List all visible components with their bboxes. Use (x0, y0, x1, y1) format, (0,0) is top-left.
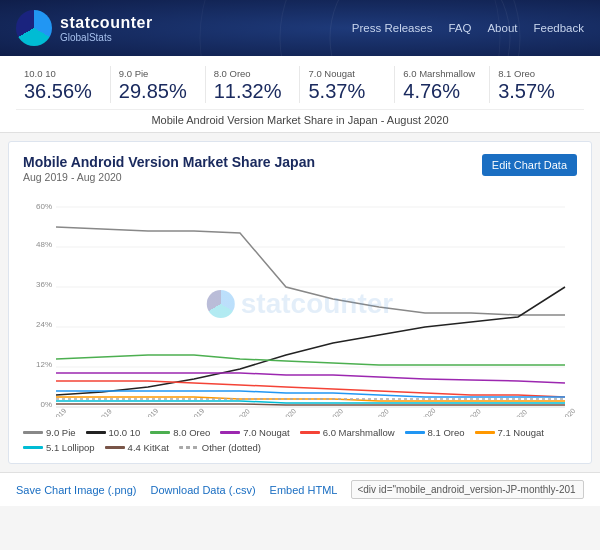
svg-text:24%: 24% (36, 320, 52, 329)
legend-label-4: 6.0 Marshmallow (323, 427, 395, 438)
chart-svg: 0% 12% 24% 36% 48% 60% Sep-2019 Oct-2019… (23, 187, 577, 417)
stat-item-3: 7.0 Nougat 5.37% (300, 66, 395, 103)
chart-subtitle: Aug 2019 - Aug 2020 (23, 171, 315, 183)
chart-svg-wrap: statcounter 0% 12% 24% 36% 48% 60% Sep-2… (23, 187, 577, 421)
stat-item-4: 6.0 Marshmallow 4.76% (395, 66, 490, 103)
logo-text: statcounter GlobalStats (60, 14, 153, 43)
legend-label-0: 9.0 Pie (46, 427, 76, 438)
edit-chart-button[interactable]: Edit Chart Data (482, 154, 577, 176)
stat-pct-4: 4.76% (403, 81, 481, 101)
svg-text:12%: 12% (36, 360, 52, 369)
nav-feedback[interactable]: Feedback (533, 22, 584, 34)
header: statcounter GlobalStats Press Releases F… (0, 0, 600, 56)
nav-press-releases[interactable]: Press Releases (352, 22, 433, 34)
embed-input[interactable]: <div id="mobile_android_version-JP-month… (351, 480, 584, 499)
stat-version-5: 8.1 Oreo (498, 68, 576, 79)
legend-item-9: Other (dotted) (179, 442, 261, 453)
stat-pct-5: 3.57% (498, 81, 576, 101)
bottom-bar: Save Chart Image (.png) Download Data (.… (0, 472, 600, 506)
svg-text:Nov-2019: Nov-2019 (133, 407, 159, 417)
legend-label-1: 10.0 10 (109, 427, 141, 438)
legend-item-3: 7.0 Nougat (220, 427, 289, 438)
stat-item-2: 8.0 Oreo 11.32% (206, 66, 301, 103)
stats-title: Mobile Android Version Market Share in J… (16, 109, 584, 126)
brand-sub: GlobalStats (60, 32, 153, 43)
chart-header: Mobile Android Version Market Share Japa… (23, 154, 577, 183)
svg-text:May-2020: May-2020 (410, 407, 438, 417)
legend-color-5 (405, 431, 425, 434)
svg-text:Jun-2020: Jun-2020 (456, 407, 482, 417)
brand-name: statcounter (60, 14, 153, 32)
stats-row: 10.0 10 36.56% 9.0 Pie 29.85% 8.0 Oreo 1… (16, 66, 584, 103)
stat-pct-3: 5.37% (308, 81, 386, 101)
legend-color-7 (23, 446, 43, 449)
nav-links: Press Releases FAQ About Feedback (352, 22, 584, 34)
download-data-link[interactable]: Download Data (.csv) (150, 484, 255, 496)
legend-color-3 (220, 431, 240, 434)
legend-item-8: 4.4 KitKat (105, 442, 169, 453)
logo-area: statcounter GlobalStats (16, 10, 153, 46)
svg-text:Feb-2020: Feb-2020 (271, 407, 297, 417)
legend-label-5: 8.1 Oreo (428, 427, 465, 438)
legend-item-5: 8.1 Oreo (405, 427, 465, 438)
svg-text:Mar-2020: Mar-2020 (318, 407, 344, 417)
nav-about[interactable]: About (487, 22, 517, 34)
legend-color-4 (300, 431, 320, 434)
chart-legend: 9.0 Pie 10.0 10 8.0 Oreo 7.0 Nougat 6.0 … (23, 427, 577, 453)
stats-bar: 10.0 10 36.56% 9.0 Pie 29.85% 8.0 Oreo 1… (0, 56, 600, 133)
legend-label-2: 8.0 Oreo (173, 427, 210, 438)
legend-label-6: 7.1 Nougat (498, 427, 544, 438)
svg-text:Aug-2020: Aug-2020 (550, 407, 577, 417)
legend-item-0: 9.0 Pie (23, 427, 76, 438)
stat-item-5: 8.1 Oreo 3.57% (490, 66, 584, 103)
svg-text:Dec-2019: Dec-2019 (179, 407, 205, 417)
stat-version-3: 7.0 Nougat (308, 68, 386, 79)
legend-color-1 (86, 431, 106, 434)
legend-color-9 (179, 446, 199, 449)
chart-container: Mobile Android Version Market Share Japa… (8, 141, 592, 464)
legend-item-7: 5.1 Lollipop (23, 442, 95, 453)
stat-version-1: 9.0 Pie (119, 68, 197, 79)
stat-version-2: 8.0 Oreo (214, 68, 292, 79)
legend-label-9: Other (dotted) (202, 442, 261, 453)
stat-item-0: 10.0 10 36.56% (16, 66, 111, 103)
legend-color-6 (475, 431, 495, 434)
svg-text:36%: 36% (36, 280, 52, 289)
svg-text:Apr-2020: Apr-2020 (365, 408, 391, 417)
chart-title-area: Mobile Android Version Market Share Japa… (23, 154, 315, 183)
chart-title: Mobile Android Version Market Share Japa… (23, 154, 315, 170)
legend-item-1: 10.0 10 (86, 427, 141, 438)
svg-text:60%: 60% (36, 202, 52, 211)
logo-icon (16, 10, 52, 46)
legend-item-4: 6.0 Marshmallow (300, 427, 395, 438)
stat-version-4: 6.0 Marshmallow (403, 68, 481, 79)
svg-text:48%: 48% (36, 240, 52, 249)
embed-html-link[interactable]: Embed HTML (270, 484, 338, 496)
stat-pct-0: 36.56% (24, 81, 102, 101)
stat-version-0: 10.0 10 (24, 68, 102, 79)
svg-text:Jul-2020: Jul-2020 (504, 408, 528, 417)
svg-text:0%: 0% (40, 400, 52, 409)
legend-label-8: 4.4 KitKat (128, 442, 169, 453)
stat-pct-1: 29.85% (119, 81, 197, 101)
legend-color-2 (150, 431, 170, 434)
stat-item-1: 9.0 Pie 29.85% (111, 66, 206, 103)
legend-color-0 (23, 431, 43, 434)
legend-label-7: 5.1 Lollipop (46, 442, 95, 453)
stat-pct-2: 11.32% (214, 81, 292, 101)
legend-label-3: 7.0 Nougat (243, 427, 289, 438)
legend-item-2: 8.0 Oreo (150, 427, 210, 438)
save-chart-link[interactable]: Save Chart Image (.png) (16, 484, 136, 496)
legend-item-6: 7.1 Nougat (475, 427, 544, 438)
legend-color-8 (105, 446, 125, 449)
nav-faq[interactable]: FAQ (448, 22, 471, 34)
svg-text:Oct-2019: Oct-2019 (88, 408, 113, 417)
svg-text:Jan-2020: Jan-2020 (225, 407, 251, 417)
